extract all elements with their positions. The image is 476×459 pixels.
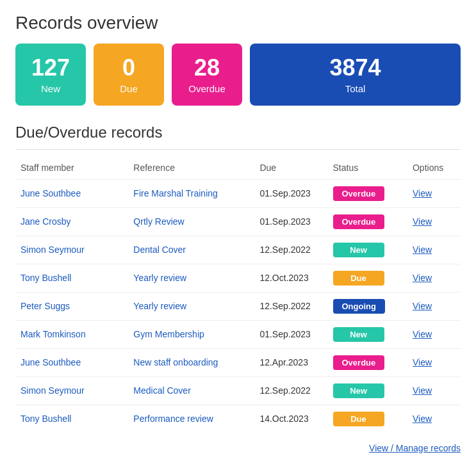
- due-date: 01.Sep.2023: [259, 188, 310, 198]
- staff-name: Tony Bushell: [21, 273, 71, 283]
- view-link[interactable]: View: [413, 357, 432, 367]
- table-row: Mark Tomkinson Gym Membership 01.Sep.202…: [15, 320, 461, 348]
- manage-records-link[interactable]: View / Manage records: [369, 443, 461, 453]
- table-row: Simon Seymour Medical Cover 12.Sep.2022 …: [15, 376, 461, 405]
- status-badge: New: [333, 243, 384, 257]
- staff-name: Simon Seymour: [21, 385, 85, 396]
- col-header-reference: Reference: [128, 159, 254, 180]
- view-link[interactable]: View: [413, 216, 432, 227]
- status-badge: Due: [333, 271, 384, 286]
- stat-card-overdue: 28 Overdue: [172, 44, 242, 106]
- view-link[interactable]: View: [413, 301, 432, 311]
- status-badge: New: [333, 327, 384, 342]
- reference: Gym Membership: [133, 329, 204, 339]
- reference: Performance review: [133, 414, 213, 424]
- stat-label-new: New: [41, 83, 60, 94]
- reference: Qrtly Review: [133, 216, 184, 227]
- stat-label-total: Total: [345, 83, 366, 94]
- status-badge: Overdue: [333, 186, 385, 201]
- stat-label-overdue: Overdue: [188, 83, 226, 94]
- staff-name: June Southbee: [21, 188, 81, 198]
- status-badge: Overdue: [333, 214, 385, 229]
- view-link[interactable]: View: [413, 245, 432, 255]
- table-row: Jane Crosby Qrtly Review 01.Sep.2023 Ove…: [15, 207, 461, 236]
- reference: New staff onboarding: [133, 357, 218, 367]
- view-link[interactable]: View: [413, 414, 432, 424]
- reference: Medical Cover: [133, 385, 190, 396]
- table-row: Simon Seymour Dental Cover 12.Sep.2022 N…: [15, 236, 461, 264]
- due-date: 14.Oct.2023: [259, 414, 308, 424]
- stat-card-total: 3874 Total: [250, 44, 461, 106]
- staff-name: Mark Tomkinson: [21, 329, 86, 339]
- stat-label-due: Due: [120, 83, 138, 94]
- table-row: June Southbee New staff onboarding 12.Ap…: [15, 348, 461, 376]
- view-link[interactable]: View: [413, 385, 432, 396]
- stat-card-new: 127 New: [15, 44, 86, 106]
- view-link[interactable]: View: [413, 273, 432, 283]
- table-row: Tony Bushell Performance review 14.Oct.2…: [15, 405, 461, 433]
- due-date: 12.Oct.2023: [259, 273, 308, 283]
- stat-number-total: 3874: [329, 55, 381, 81]
- col-header-due: Due: [254, 159, 327, 180]
- staff-name: Jane Crosby: [21, 216, 71, 227]
- stat-number-due: 0: [122, 55, 135, 81]
- stat-card-due: 0 Due: [94, 44, 164, 106]
- table-body: June Southbee Fire Marshal Training 01.S…: [15, 179, 461, 433]
- staff-name: Peter Suggs: [21, 301, 70, 311]
- table-header: Staff member Reference Due Status Option…: [15, 159, 461, 180]
- col-header-options: Options: [407, 159, 461, 180]
- due-date: 01.Sep.2023: [259, 216, 310, 227]
- section-title: Due/Overdue records: [15, 124, 461, 141]
- status-badge: New: [333, 383, 384, 398]
- view-link[interactable]: View: [413, 188, 432, 198]
- staff-name: Simon Seymour: [21, 245, 85, 255]
- col-header-staff: Staff member: [15, 159, 128, 180]
- stat-number-overdue: 28: [194, 55, 220, 81]
- table-row: Peter Suggs Yearly review 12.Sep.2022 On…: [15, 292, 461, 320]
- due-date: 12.Apr.2023: [259, 357, 308, 367]
- section-divider: [15, 149, 461, 150]
- footer-link-row: View / Manage records: [15, 443, 461, 453]
- col-header-status: Status: [328, 159, 407, 180]
- status-badge: Ongoing: [333, 299, 385, 314]
- page-title: Records overview: [15, 13, 461, 33]
- reference: Yearly review: [133, 301, 186, 311]
- due-date: 12.Sep.2022: [259, 385, 310, 396]
- status-badge: Overdue: [333, 355, 385, 370]
- due-date: 12.Sep.2022: [259, 301, 310, 311]
- records-table: Staff member Reference Due Status Option…: [15, 159, 461, 433]
- staff-name: June Southbee: [21, 357, 81, 367]
- status-badge: Due: [333, 412, 384, 426]
- table-row: Tony Bushell Yearly review 12.Oct.2023 D…: [15, 264, 461, 292]
- due-date: 01.Sep.2023: [259, 329, 310, 339]
- reference: Fire Marshal Training: [133, 188, 218, 198]
- stats-row: 127 New 0 Due 28 Overdue 3874 Total: [15, 44, 461, 106]
- reference: Yearly review: [133, 273, 186, 283]
- table-row: June Southbee Fire Marshal Training 01.S…: [15, 179, 461, 207]
- view-link[interactable]: View: [413, 329, 432, 339]
- stat-number-new: 127: [31, 55, 70, 81]
- staff-name: Tony Bushell: [21, 414, 71, 424]
- reference: Dental Cover: [133, 245, 186, 255]
- due-date: 12.Sep.2022: [259, 245, 310, 255]
